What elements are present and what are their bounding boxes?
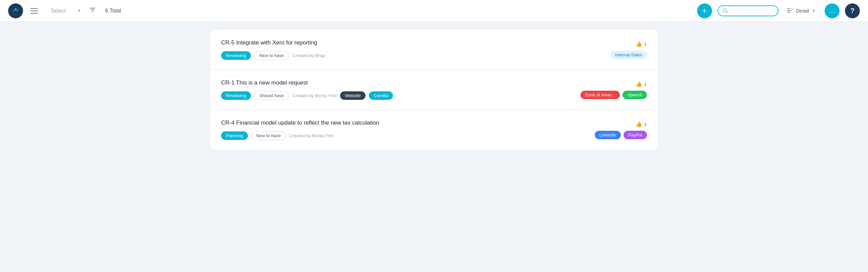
item-title: CR-5 Integrate with Xero for reporting	[221, 39, 564, 46]
item-title: CR-1 This is a new model request	[221, 79, 564, 86]
detail-dropdown[interactable]: Detail ▼	[784, 6, 819, 16]
svg-rect-5	[787, 12, 790, 13]
created-by: Created by Becky Flint	[292, 93, 337, 98]
vote-number: 1	[644, 81, 647, 87]
detail-chevron-icon: ▼	[812, 8, 816, 13]
item-right-1: 👍 1 Bank of Amer...Upwork	[572, 81, 647, 99]
status-tag[interactable]: Reviewing	[221, 91, 251, 100]
item-tags: Planning Nice to have Created by Becky F…	[221, 131, 564, 140]
tag-badges: Bank of Amer...Upwork	[580, 91, 647, 99]
created-by: Created by Bhaji	[292, 53, 325, 58]
thumbs-up-icon: 👍	[635, 41, 642, 47]
hamburger-line-3	[31, 13, 38, 14]
more-button[interactable]: ...	[825, 3, 840, 18]
select-wrapper: Select ▼	[48, 6, 81, 15]
created-by: Created by Becky Flint	[289, 133, 334, 138]
item-tags: Reviewing Should have Created by Becky F…	[221, 91, 564, 100]
vote-number: 1	[644, 41, 647, 47]
filter-button[interactable]	[87, 5, 98, 16]
hamburger-line-2	[31, 11, 38, 11]
svg-point-1	[15, 7, 17, 10]
thumbs-up-icon: 👍	[635, 81, 642, 87]
badge[interactable]: Bank of Amer...	[580, 91, 620, 99]
badge[interactable]: PayPal	[624, 131, 647, 139]
priority-tag[interactable]: Should have	[254, 91, 289, 100]
badge[interactable]: LinkedIn	[595, 131, 621, 139]
hamburger-line-1	[31, 8, 38, 9]
vote-count: 👍 1	[635, 81, 647, 87]
add-icon: +	[702, 6, 707, 16]
svg-rect-6	[790, 8, 793, 9]
badge[interactable]: Internal-Sales	[610, 51, 647, 59]
list-item: CR-4 Financial model update to reflect t…	[210, 110, 658, 150]
extra-tag[interactable]: Website	[340, 91, 366, 100]
select-chevron-icon: ▼	[77, 8, 81, 13]
item-right-2: 👍 1 LinkedInPayPal	[572, 121, 647, 139]
search-bar	[717, 5, 778, 16]
priority-tag[interactable]: Nice to have	[254, 51, 289, 60]
total-count: 6 Total	[105, 8, 121, 14]
select-dropdown[interactable]: Select	[48, 6, 75, 15]
vote-count: 👍 1	[635, 41, 647, 47]
filter-icon	[90, 7, 96, 13]
header: Select ▼ 6 Total + Detail ▼ ... ?	[0, 0, 868, 22]
tag-badges: Internal-Sales	[610, 51, 647, 59]
extra-tag[interactable]: Camilla	[369, 91, 393, 100]
logo[interactable]	[8, 3, 23, 18]
thumbs-up-icon: 👍	[635, 121, 642, 127]
svg-rect-4	[787, 10, 791, 11]
item-left-2: CR-4 Financial model update to reflect t…	[221, 120, 564, 140]
item-left-0: CR-5 Integrate with Xero for reporting R…	[221, 39, 564, 60]
more-icon: ...	[829, 7, 835, 15]
status-tag[interactable]: Planning	[221, 131, 248, 140]
item-right-0: 👍 1 Internal-Sales	[572, 41, 647, 59]
menu-button[interactable]	[28, 6, 40, 16]
search-icon	[723, 8, 728, 14]
item-title: CR-4 Financial model update to reflect t…	[221, 120, 564, 126]
vote-count: 👍 1	[635, 121, 647, 127]
add-button[interactable]: +	[697, 3, 712, 18]
item-left-1: CR-1 This is a new model request Reviewi…	[221, 79, 564, 100]
priority-tag[interactable]: Nice to have	[251, 131, 286, 140]
help-button[interactable]: ?	[845, 3, 860, 18]
tag-badges: LinkedInPayPal	[595, 131, 647, 139]
svg-rect-3	[787, 8, 790, 9]
list-item: CR-1 This is a new model request Reviewi…	[210, 70, 658, 110]
vote-number: 1	[644, 121, 647, 127]
list-item: CR-5 Integrate with Xero for reporting R…	[210, 30, 658, 70]
detail-icon	[787, 8, 793, 13]
status-tag[interactable]: Reviewing	[221, 51, 251, 60]
search-input[interactable]	[731, 8, 773, 14]
items-list: CR-5 Integrate with Xero for reporting R…	[210, 30, 658, 150]
item-tags: Reviewing Nice to have Created by Bhaji	[221, 51, 564, 60]
detail-label: Detail	[796, 8, 809, 14]
badge[interactable]: Upwork	[623, 91, 647, 99]
help-icon: ?	[850, 7, 854, 15]
main-content: CR-5 Integrate with Xero for reporting R…	[197, 22, 671, 158]
